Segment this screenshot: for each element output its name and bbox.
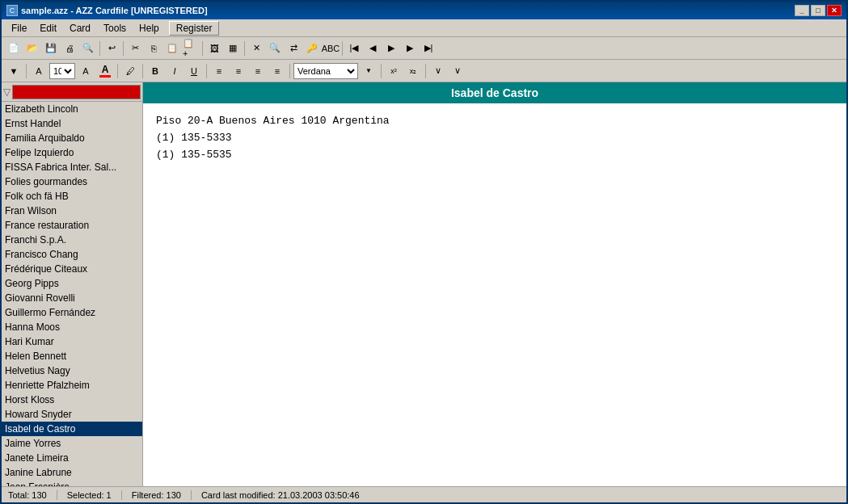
status-total: Total: 130 [8, 490, 57, 500]
register-button[interactable]: Register [169, 21, 220, 36]
list-item[interactable]: Helvetius Nagy [2, 363, 142, 378]
list-item[interactable]: Jean Fresnière [2, 480, 142, 486]
copy-button[interactable]: ⎘ [145, 40, 162, 57]
paste-special-button[interactable]: 📋+ [182, 40, 200, 57]
card-content[interactable]: Piso 20-A Buenos Aires 1010 Argentina(1)… [143, 103, 846, 486]
fsep3 [206, 64, 207, 78]
toolbar-format: ▼ A 108911121416 A A 🖊 B I U ≡ ≡ ≡ ≡ Ver… [2, 60, 846, 82]
underline-button[interactable]: U [185, 62, 203, 80]
list-item[interactable]: Elizabeth Lincoln [2, 102, 142, 116]
card-content-line: (1) 135-5535 [156, 147, 833, 164]
list-item[interactable]: Felipe Izquierdo [2, 145, 142, 160]
open-button[interactable]: 📂 [23, 40, 41, 57]
format-extra2[interactable]: ∨ [449, 62, 466, 80]
align-left-button[interactable]: ≡ [210, 62, 228, 80]
nav-play-button[interactable]: ▶ [382, 40, 400, 57]
menu-tools[interactable]: Tools [97, 21, 133, 36]
sep2 [123, 41, 124, 56]
bold-icon: B [152, 66, 158, 76]
list-item[interactable]: Janine Labrune [2, 465, 142, 480]
find-button[interactable]: 🔍 [266, 40, 284, 57]
sidebar-scroll[interactable]: Elizabeth LincolnErnst HandelFamilia Arq… [2, 102, 142, 486]
list-item[interactable]: Hanna Moos [2, 320, 142, 334]
list-item[interactable]: Howard Snyder [2, 407, 142, 422]
maximize-button[interactable]: □ [811, 5, 825, 16]
status-selected: Selected: 1 [57, 490, 122, 500]
list-item[interactable]: Frédérique Citeaux [2, 262, 142, 276]
menu-bar: File Edit Card Tools Help Register [2, 19, 846, 37]
card-content-line: (1) 135-5333 [156, 130, 833, 147]
new-button[interactable]: 📄 [5, 40, 23, 57]
list-item[interactable]: Georg Pipps [2, 276, 142, 291]
font-size-up[interactable]: A [77, 62, 95, 80]
list-item[interactable]: Folk och fä HB [2, 189, 142, 204]
nav-next-button[interactable]: ▶ [401, 40, 419, 57]
font-size-down[interactable]: A [30, 62, 48, 80]
menu-card[interactable]: Card [63, 21, 97, 36]
list-item[interactable]: Helen Bennett [2, 349, 142, 363]
font-color-button[interactable]: A [96, 62, 114, 80]
print-button[interactable]: 🖨 [61, 40, 78, 57]
list-item[interactable]: Henriette Pfalzheim [2, 378, 142, 393]
font-name-select[interactable]: VerdanaArialTimes New RomanCourier New [293, 63, 358, 79]
list-item[interactable]: Familia Arquibaldo [2, 131, 142, 145]
format-extra1[interactable]: ∨ [429, 62, 447, 80]
card-content-line: Piso 20-A Buenos Aires 1010 Argentina [156, 113, 833, 130]
nav-last-button[interactable]: ▶| [420, 40, 437, 57]
cut-button[interactable]: ✂ [126, 40, 144, 57]
minimize-button[interactable]: _ [795, 5, 809, 16]
card-header: Isabel de Castro [143, 82, 846, 103]
image-button[interactable]: 🖼 [205, 40, 223, 57]
sep1 [99, 41, 100, 56]
align-center-button[interactable]: ≡ [230, 62, 247, 80]
delete-button[interactable]: ✕ [247, 40, 265, 57]
justify-button[interactable]: ≡ [268, 62, 286, 80]
close-button[interactable]: ✕ [827, 5, 842, 16]
filter-input[interactable] [12, 85, 141, 99]
properties-button[interactable]: 🔑 [303, 40, 321, 57]
list-item[interactable]: Giovanni Rovelli [2, 291, 142, 305]
menu-edit[interactable]: Edit [33, 21, 63, 36]
bold-button[interactable]: B [146, 62, 164, 80]
menu-help[interactable]: Help [133, 21, 166, 36]
list-item[interactable]: Guillermo Fernández [2, 305, 142, 320]
undo-button[interactable]: ↩ [103, 40, 120, 57]
list-item[interactable]: Janete Limeira [2, 451, 142, 465]
title-bar-buttons: _ □ ✕ [795, 5, 842, 16]
fsep5 [381, 64, 382, 78]
table-button[interactable]: ▦ [224, 40, 242, 57]
paste-button[interactable]: 📋 [163, 40, 181, 57]
list-item[interactable]: Fran Wilson [2, 204, 142, 218]
title-bar-left: C sample.azz - AZZ Cardfile [UNREGISTERE… [6, 5, 208, 16]
font-dropdown-arrow[interactable]: ▼ [360, 62, 378, 80]
subscript-button[interactable]: x₂ [404, 62, 422, 80]
nav-prev-button[interactable]: ◀ [364, 40, 382, 57]
list-item[interactable]: Franchi S.p.A. [2, 233, 142, 247]
list-item[interactable]: Hari Kumar [2, 334, 142, 349]
filter-toggle[interactable]: ▼ [5, 62, 23, 80]
preview-button[interactable]: 🔍 [79, 40, 97, 57]
list-item[interactable]: Ernst Handel [2, 116, 142, 131]
replace-button[interactable]: ⇄ [285, 40, 302, 57]
list-item[interactable]: Folies gourmandes [2, 174, 142, 189]
align-right-button[interactable]: ≡ [249, 62, 267, 80]
list-item[interactable]: France restauration [2, 218, 142, 233]
italic-button[interactable]: I [166, 62, 184, 80]
superscript-button[interactable]: x² [385, 62, 403, 80]
font-size-select[interactable]: 108911121416 [49, 63, 75, 79]
save-button[interactable]: 💾 [42, 40, 60, 57]
italic-icon: I [173, 66, 175, 76]
list-item[interactable]: Horst Kloss [2, 393, 142, 407]
main-window: C sample.azz - AZZ Cardfile [UNREGISTERE… [0, 0, 848, 504]
underline-icon: U [191, 66, 197, 76]
list-item[interactable]: Francisco Chang [2, 247, 142, 262]
fsep6 [425, 64, 426, 78]
nav-first-button[interactable]: |◀ [345, 40, 363, 57]
menu-file[interactable]: File [5, 21, 33, 36]
list-item[interactable]: FISSA Fabrica Inter. Sal... [2, 160, 142, 174]
list-item[interactable]: Isabel de Castro [2, 422, 142, 436]
spell-button[interactable]: ABC [322, 40, 340, 57]
app-icon: C [6, 5, 18, 16]
list-item[interactable]: Jaime Yorres [2, 436, 142, 451]
highlight-button[interactable]: 🖊 [121, 62, 139, 80]
